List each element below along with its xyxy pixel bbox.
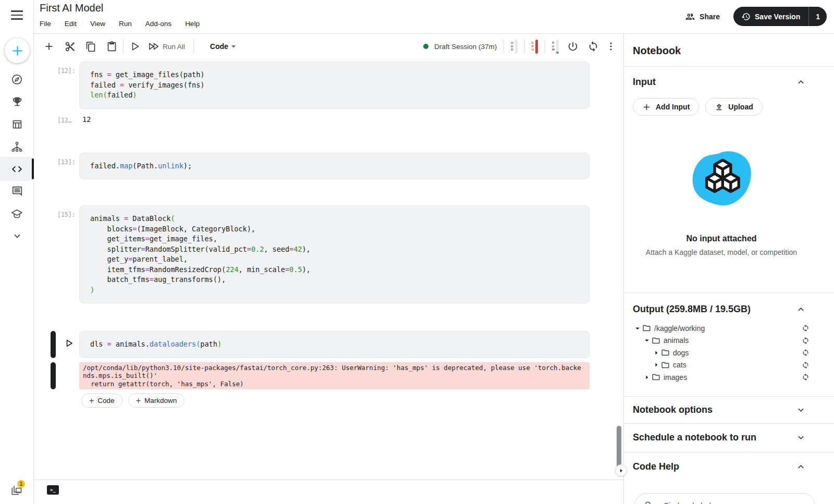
right-panel: Notebook Input Add Input Upload <box>623 34 834 504</box>
copy-icon <box>85 41 96 52</box>
session-status-dot <box>423 44 428 49</box>
more-vert-icon <box>606 41 616 52</box>
terminal-icon[interactable]: >_ <box>47 485 59 495</box>
cubes-illustration <box>686 149 757 215</box>
menu-run[interactable]: Run <box>119 20 132 28</box>
run-this-cell-button[interactable] <box>62 336 76 350</box>
paste-cell-button[interactable] <box>106 41 117 52</box>
refresh-folder-button[interactable] <box>802 361 810 369</box>
refresh-folder-button[interactable] <box>802 337 810 345</box>
add-cell-button[interactable] <box>43 41 55 52</box>
output-section-heading: Output (259.8MB / 19.5GB) <box>633 304 751 315</box>
output-section: Output (259.8MB / 19.5GB) /kaggle/workin… <box>624 292 834 384</box>
hamburger-menu-icon[interactable] <box>11 10 23 20</box>
menu-add-ons[interactable]: Add-ons <box>145 20 171 28</box>
notebook-options-section[interactable]: Notebook options <box>624 396 834 423</box>
restart-session-button[interactable] <box>587 41 599 52</box>
cell-type-dropdown[interactable]: Code <box>210 41 239 52</box>
menu-view[interactable]: View <box>90 20 105 28</box>
comment-icon <box>11 186 23 197</box>
toolbar-more-button[interactable] <box>606 41 616 52</box>
ram-meter: RAM <box>552 40 559 54</box>
plus-icon: + <box>136 396 141 405</box>
power-button[interactable] <box>567 41 579 52</box>
tree-row-kaggle-working[interactable]: /kaggle/working <box>633 322 834 335</box>
code-cell-15: [15]: animals = DataBlock( blocks=(Image… <box>79 205 590 303</box>
share-button[interactable]: Share <box>685 11 720 22</box>
notebook-cells: [12]: fns = get_image_files(path)failed … <box>34 59 623 480</box>
add-markdown-cell-button[interactable]: + Markdown <box>128 394 185 408</box>
active-events-badge: 1 <box>17 480 25 488</box>
search-placeholder: Find code help <box>664 501 715 504</box>
code-editor-cell-15[interactable]: animals = DataBlock( blocks=(ImageBlock,… <box>79 205 590 303</box>
menu-edit[interactable]: Edit <box>65 20 77 28</box>
panel-header: Notebook <box>624 34 834 67</box>
cell-type-value: Code <box>210 42 228 51</box>
add-code-cell-button[interactable]: + Code <box>81 394 122 408</box>
sidebar-item-more[interactable] <box>0 224 34 248</box>
expand-options-button[interactable] <box>795 404 806 415</box>
tree-row-animals[interactable]: animals <box>633 335 834 347</box>
code-editor-cell-13[interactable]: failed.map(Path.unlink); <box>79 153 590 180</box>
run-all-button[interactable]: Run All <box>148 41 185 52</box>
upload-button[interactable]: Upload <box>705 98 762 116</box>
cut-cell-button[interactable] <box>65 41 76 52</box>
code-icon <box>11 163 23 175</box>
sidebar-item-datasets[interactable] <box>0 112 34 136</box>
create-button[interactable] <box>5 38 30 63</box>
cpu-meter: CPU <box>532 40 538 54</box>
sidebar-item-competitions[interactable] <box>0 90 34 114</box>
chevron-down-icon <box>795 432 806 443</box>
caret-down-icon <box>642 336 652 345</box>
warning-output: /opt/conda/lib/python3.10/site-packages/… <box>79 362 590 390</box>
version-count-badge[interactable]: 1 <box>808 7 827 26</box>
sidebar-item-code[interactable] <box>0 157 34 181</box>
collapse-input-button[interactable] <box>795 77 806 88</box>
tree-row-dogs[interactable]: dogs <box>633 347 834 359</box>
code-editor-cell-dls[interactable]: dls = animals.dataloaders(path) <box>79 331 590 358</box>
folder-icon <box>652 336 660 345</box>
schedule-section[interactable]: Schedule a notebook to run <box>624 423 834 452</box>
add-input-button[interactable]: Add Input <box>633 98 699 116</box>
expand-schedule-button[interactable] <box>795 432 806 443</box>
refresh-folder-button[interactable] <box>802 373 810 381</box>
code-editor-cell-12[interactable]: fns = get_image_files(path)failed = veri… <box>79 62 590 109</box>
tree-row-cats[interactable]: cats <box>633 359 834 372</box>
notebook-area: Run All Code Draft Session (37m) HDD CPU… <box>34 34 623 504</box>
plus-icon <box>642 103 651 112</box>
save-version-button[interactable]: Save Version 1 <box>733 7 827 26</box>
plus-icon: + <box>89 396 94 405</box>
sidebar-item-discussions[interactable] <box>0 179 34 203</box>
sidebar-item-models[interactable] <box>0 134 34 158</box>
session-status[interactable]: Draft Session (37m) <box>423 43 497 51</box>
sidebar-item-learn[interactable] <box>0 202 34 226</box>
panel-expand-button[interactable] <box>615 464 627 476</box>
tree-row-images[interactable]: images <box>633 371 834 384</box>
copy-cell-button[interactable] <box>85 41 96 52</box>
sync-icon <box>802 373 810 381</box>
sidebar-item-home[interactable] <box>0 67 34 91</box>
selected-cell-bar <box>51 331 56 358</box>
play-icon <box>64 338 74 348</box>
folder-icon <box>642 324 651 333</box>
sync-icon <box>802 349 810 357</box>
menu-file[interactable]: File <box>40 20 51 28</box>
cell-prompt: [13]: <box>57 158 76 166</box>
models-icon <box>11 141 23 153</box>
chevron-down-icon <box>795 404 806 415</box>
console-bar: >_ <box>34 480 623 504</box>
chevron-up-icon <box>795 461 806 472</box>
collapse-code-help-button[interactable] <box>795 461 806 472</box>
cell-dls-warning-output: /opt/conda/lib/python3.10/site-packages/… <box>79 362 590 390</box>
run-cell-button[interactable] <box>129 41 141 52</box>
code-help-search-input[interactable]: Find code help <box>634 493 815 504</box>
selected-cell-bar <box>51 362 56 390</box>
menu-help[interactable]: Help <box>185 20 200 28</box>
sync-icon <box>587 41 599 52</box>
code-help-section: Code Help Find code help <box>624 452 834 504</box>
caret-right-icon <box>642 373 652 382</box>
input-section: Input Add Input Upload <box>624 67 834 256</box>
collapse-output-button[interactable] <box>795 304 806 315</box>
refresh-folder-button[interactable] <box>802 349 810 357</box>
refresh-folder-button[interactable] <box>802 324 810 332</box>
